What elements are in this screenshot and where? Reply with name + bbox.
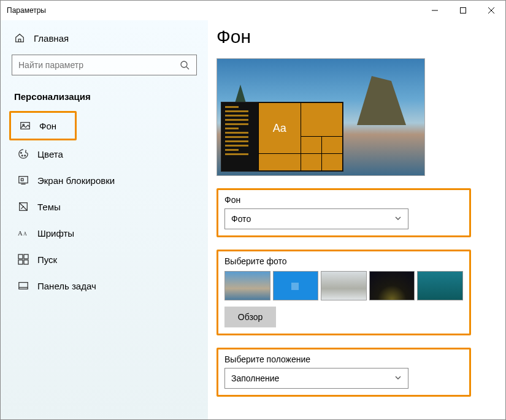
sidebar-item-label: Шрифты — [37, 228, 74, 239]
sidebar-item-label: Пуск — [37, 254, 57, 265]
home-label: Главная — [34, 33, 69, 44]
position-section: Выберите положение Заполнение — [217, 348, 471, 397]
choose-photo-section: Выберите фото Обзор — [217, 250, 471, 335]
sidebar-item-colors[interactable]: Цвета — [9, 141, 199, 167]
photo-thumb-1[interactable] — [224, 271, 270, 300]
sidebar-item-label: Панель задач — [37, 281, 96, 291]
photo-thumb-2[interactable] — [273, 271, 319, 300]
svg-text:A: A — [18, 230, 23, 237]
dropdown-value: Заполнение — [231, 373, 279, 383]
sidebar-item-background[interactable]: Фон — [9, 111, 77, 140]
svg-text:A: A — [23, 232, 27, 237]
themes-icon — [18, 201, 29, 212]
sidebar-item-lockscreen[interactable]: Экран блокировки — [9, 167, 199, 193]
sidebar-item-start[interactable]: Пуск — [9, 246, 199, 272]
minimize-button[interactable] — [421, 1, 449, 20]
background-type-dropdown[interactable]: Фото — [224, 208, 408, 229]
maximize-button[interactable] — [449, 1, 477, 20]
svg-rect-15 — [24, 260, 28, 264]
photo-thumb-5[interactable] — [417, 271, 463, 300]
preview-aa-tile: Aa — [259, 103, 301, 153]
svg-point-6 — [25, 155, 26, 156]
sidebar-item-label: Экран блокировки — [37, 175, 115, 186]
window-title: Параметры — [7, 6, 421, 15]
taskbar-icon — [18, 280, 29, 291]
picture-icon — [20, 120, 31, 131]
photo-thumb-4[interactable] — [369, 271, 415, 300]
position-label: Выберите положение — [224, 354, 463, 364]
home-link[interactable]: Главная — [6, 28, 203, 52]
svg-point-4 — [21, 152, 22, 153]
close-button[interactable] — [477, 1, 505, 20]
sidebar: Главная Персонализация Фон Цвета Э — [1, 20, 208, 419]
chevron-down-icon — [394, 374, 402, 383]
home-icon — [14, 32, 25, 44]
body: Главная Персонализация Фон Цвета Э — [1, 20, 505, 419]
sidebar-item-label: Темы — [37, 202, 61, 212]
desktop-preview: Aa — [217, 58, 425, 176]
search-input[interactable] — [18, 60, 179, 70]
browse-button[interactable]: Обзор — [224, 307, 276, 327]
sidebar-item-fonts[interactable]: AA Шрифты — [9, 220, 199, 246]
svg-rect-12 — [18, 254, 23, 259]
search-icon — [179, 59, 190, 71]
browse-label: Обзор — [238, 312, 263, 322]
content: Фон Aa — [208, 20, 505, 419]
dropdown-value: Фото — [231, 214, 251, 224]
preview-start-overlay: Aa — [221, 102, 343, 172]
background-type-label: Фон — [224, 195, 463, 205]
chevron-down-icon — [394, 215, 402, 224]
fonts-icon: AA — [18, 227, 29, 239]
photo-thumb-3[interactable] — [321, 271, 367, 300]
svg-rect-14 — [18, 260, 23, 264]
choose-photo-label: Выберите фото — [224, 256, 463, 266]
svg-point-5 — [21, 155, 23, 156]
page-heading: Фон — [217, 26, 505, 47]
photo-thumbnails — [224, 271, 463, 300]
svg-rect-13 — [24, 254, 28, 259]
position-dropdown[interactable]: Заполнение — [224, 368, 408, 389]
svg-rect-16 — [19, 283, 28, 289]
start-icon — [18, 254, 29, 265]
svg-rect-0 — [461, 8, 466, 13]
sidebar-item-label: Фон — [39, 121, 56, 131]
window-controls — [421, 1, 505, 20]
sidebar-item-themes[interactable]: Темы — [9, 194, 199, 220]
category-label: Персонализация — [6, 82, 203, 110]
search-box[interactable] — [12, 55, 197, 75]
svg-rect-8 — [21, 178, 23, 181]
palette-icon — [18, 148, 29, 159]
sidebar-item-taskbar[interactable]: Панель задач — [9, 273, 199, 299]
background-type-section: Фон Фото — [217, 188, 471, 237]
svg-point-1 — [181, 61, 187, 67]
sidebar-item-label: Цвета — [37, 149, 63, 159]
lockscreen-icon — [18, 175, 29, 186]
titlebar: Параметры — [1, 1, 505, 20]
